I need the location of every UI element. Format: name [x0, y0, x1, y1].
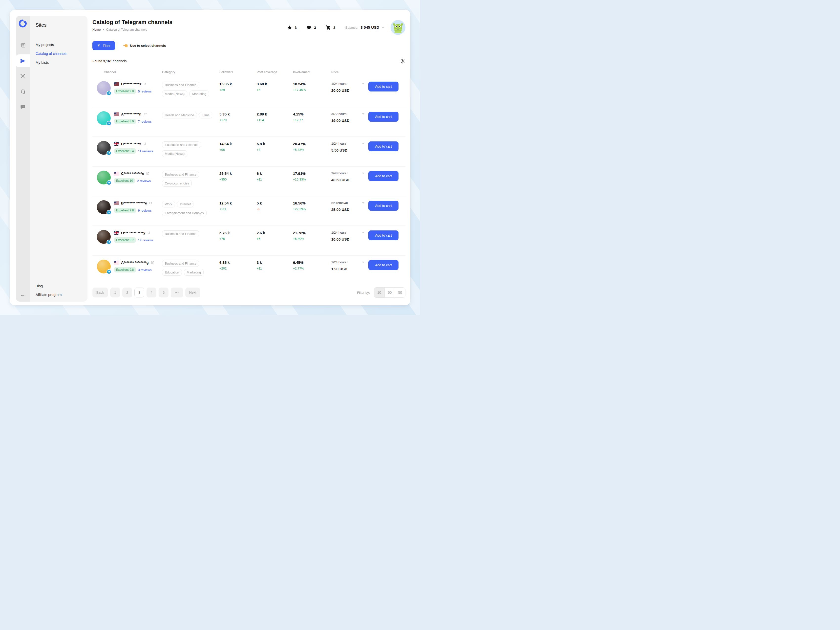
filter-by-label: Filter by: — [357, 291, 370, 294]
page-size-option[interactable]: 50 — [395, 288, 405, 298]
external-link-icon[interactable] — [144, 112, 147, 116]
headset-support-icon[interactable] — [16, 85, 30, 98]
rating-badge: Excellent 9.8 — [114, 89, 136, 94]
price-cell: 1/24 hours 20.00 USD — [331, 81, 368, 107]
brand-logo-icon[interactable] — [19, 19, 27, 28]
tools-icon[interactable] — [16, 70, 30, 82]
add-to-cart-button[interactable]: Add to cart — [368, 230, 398, 240]
removal-label: 1/24 hours — [331, 82, 346, 85]
reviews-link[interactable]: 5 reviews — [138, 90, 152, 93]
chevron-down-icon — [362, 232, 365, 233]
add-to-cart-button[interactable]: Add to cart — [368, 141, 398, 151]
channel-name-link[interactable]: A****** ****n — [114, 112, 152, 116]
add-to-cart-button[interactable]: Add to cart — [368, 112, 398, 122]
page-size-option[interactable]: 10 — [374, 288, 384, 298]
reviews-link[interactable]: 12 reviews — [138, 238, 153, 242]
cart-button[interactable]: 3 — [322, 25, 338, 30]
sidebar-item-my-projects[interactable]: My projects — [36, 43, 87, 47]
removal-dropdown[interactable]: 1/24 hours — [331, 142, 365, 146]
reviews-link[interactable]: 7 reviews — [138, 120, 152, 123]
category-cell: Education and ScienceMedia (News) — [162, 141, 219, 166]
price-value: 1.90 USD — [331, 267, 368, 271]
flag-us-icon — [114, 112, 119, 116]
app-window: ? ← Sites My projectsCatalog of channels… — [9, 9, 411, 306]
sidebar-link-affiliate-program[interactable]: Affiliate program — [36, 293, 87, 297]
removal-dropdown[interactable]: 1/24 hours — [331, 231, 365, 234]
involvement-cell: 20.47% +5.33% — [293, 141, 331, 166]
back-button[interactable]: Back — [92, 288, 108, 298]
messages-button[interactable]: 3 — [303, 25, 319, 30]
removal-dropdown[interactable]: 3/72 hours — [331, 112, 365, 116]
removal-dropdown[interactable]: No removal — [331, 201, 365, 205]
reviews-link[interactable]: 2 reviews — [137, 179, 151, 183]
telegram-badge-icon — [106, 150, 111, 155]
involvement-value: 17.91% — [293, 171, 331, 176]
catalog-send-icon[interactable] — [16, 54, 30, 67]
pagination-pages: Back12345•••Next — [92, 288, 200, 298]
removal-dropdown[interactable]: 2/48 hours — [331, 171, 365, 175]
channel-cell: B******** ******e Excellent 9.8 9 review… — [92, 200, 162, 225]
balance-dropdown[interactable]: Balance: 3 545 USD — [346, 25, 384, 30]
channel-name: O*** ***** ****y — [121, 231, 145, 235]
page-button[interactable]: 1 — [110, 288, 120, 298]
sidebar-item-catalog-of-channels[interactable]: Catalog of channels — [36, 52, 87, 55]
sidebar-item-my-lists[interactable]: My Lists — [36, 60, 87, 65]
reviews-link[interactable]: 11 reviews — [138, 149, 153, 153]
chevron-down-icon — [362, 261, 365, 263]
involvement-cell: 6.45% +2.77% — [293, 260, 331, 285]
help-chat-icon[interactable]: ? — [16, 100, 30, 113]
external-link-icon[interactable] — [146, 172, 149, 175]
collapse-sidebar-arrow-icon[interactable]: ← — [20, 292, 25, 298]
followers-cell: 5.35 k +179 — [219, 111, 257, 136]
removal-dropdown[interactable]: 1/24 hours — [331, 260, 365, 264]
removal-dropdown[interactable]: 1/24 hours — [331, 82, 365, 85]
channel-meta: Excellent 9.4 11 reviews — [114, 148, 153, 154]
settings-gear-icon[interactable] — [400, 59, 406, 64]
flag-us-icon — [114, 261, 119, 264]
channel-name-link[interactable]: C***** *******e — [114, 171, 151, 176]
external-link-icon[interactable] — [143, 142, 147, 146]
add-to-cart-button[interactable]: Add to cart — [368, 171, 398, 181]
category-cell: Business and FinanceEducationMarketing — [162, 260, 219, 285]
reviews-link[interactable]: 3 reviews — [138, 268, 152, 272]
page-button[interactable]: 5 — [159, 288, 169, 298]
page-button[interactable]: 3 — [134, 288, 144, 298]
projects-icon[interactable] — [16, 39, 30, 52]
add-to-cart-button[interactable]: Add to cart — [368, 82, 398, 92]
external-link-icon[interactable] — [147, 231, 150, 234]
channel-name-link[interactable]: H****** ****s — [114, 82, 152, 86]
channel-name-link[interactable]: H****** ****s — [114, 142, 153, 146]
next-button[interactable]: Next — [185, 288, 201, 298]
filter-button[interactable]: Filter — [92, 41, 115, 50]
breadcrumb: Home • Catalog of Telegram channels — [92, 28, 172, 32]
add-to-cart-button[interactable]: Add to cart — [368, 201, 398, 211]
rating-badge: Excellent 9.8 — [114, 208, 136, 213]
channel-info: H****** ****s Excellent 9.4 11 reviews — [114, 141, 153, 166]
followers-value: 14.64 k — [219, 142, 257, 146]
external-link-icon[interactable] — [151, 261, 154, 264]
followers-cell: 14.64 k +96 — [219, 141, 257, 166]
page-size-option[interactable]: 50 — [384, 288, 395, 298]
involvement-value: 21.78% — [293, 231, 331, 235]
chevron-down-icon — [362, 173, 365, 174]
pages-ellipsis-button[interactable]: ••• — [171, 288, 183, 298]
followers-change: +202 — [219, 266, 257, 270]
sidebar-link-blog[interactable]: Blog — [36, 284, 87, 288]
channel-name-link[interactable]: O*** ***** ****y — [114, 231, 153, 235]
cta-cell: Add to cart — [368, 260, 406, 285]
page-button[interactable]: 4 — [147, 288, 156, 298]
user-avatar[interactable] — [391, 20, 406, 35]
channel-name-link[interactable]: A******* ********g — [114, 260, 154, 264]
price-cell: 1/24 hours 5.50 USD — [331, 141, 368, 166]
breadcrumb-home-link[interactable]: Home — [92, 28, 101, 32]
external-link-icon[interactable] — [143, 82, 147, 85]
external-link-icon[interactable] — [149, 201, 152, 205]
results-prefix: Found — [92, 59, 102, 63]
add-to-cart-button[interactable]: Add to cart — [368, 260, 398, 270]
channel-name-link[interactable]: B******** ******e — [114, 201, 152, 205]
reviews-link[interactable]: 9 reviews — [138, 209, 152, 212]
page-button[interactable]: 2 — [122, 288, 132, 298]
favorites-button[interactable]: 3 — [284, 25, 300, 30]
post-coverage-value: 6 k — [257, 171, 293, 176]
post-coverage-cell: 5.8 k +3 — [257, 141, 293, 166]
